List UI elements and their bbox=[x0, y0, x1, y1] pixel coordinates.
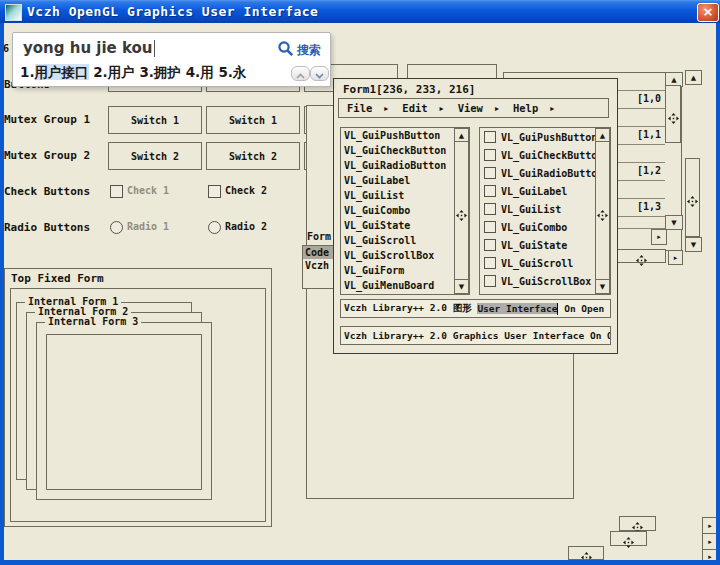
candidate-1[interactable]: 1.用户接口 bbox=[20, 64, 89, 82]
ime-candidates: 1.用户接口 2.用户 3.拥护 4.用 5.永 bbox=[20, 64, 246, 82]
close-button[interactable]: × bbox=[697, 3, 719, 22]
ime-popup: yong hu jie kou 搜索 1.用户接口 2.用户 3.拥护 4.用 … bbox=[12, 32, 331, 87]
checklist-item[interactable]: VL_GuiCombo bbox=[480, 218, 610, 236]
checklist-item[interactable]: VL_GuiState bbox=[480, 236, 610, 254]
checklist-item[interactable]: VL_GuiScroll bbox=[480, 254, 610, 272]
right-arrow-icon: ▸ bbox=[708, 538, 712, 546]
checklist-item[interactable]: VL_GuiRadioButton bbox=[480, 164, 610, 182]
window-border-left bbox=[0, 23, 4, 565]
form1-title[interactable]: Form1[236, 233, 216] bbox=[343, 83, 475, 96]
row-label-mutex1: Mutex Group 1 bbox=[4, 113, 90, 126]
scrollbar-thumb[interactable] bbox=[610, 531, 647, 546]
checklist-item[interactable]: VL_GuiScrollBox bbox=[480, 272, 610, 290]
scrollbar-right-button[interactable]: ▸ bbox=[651, 229, 667, 245]
switch1-button-b[interactable]: Switch 1 bbox=[206, 106, 300, 134]
checkbox-icon[interactable] bbox=[484, 185, 496, 197]
checklist-label: VL_GuiList bbox=[501, 204, 561, 215]
checkbox-icon[interactable] bbox=[484, 221, 496, 233]
scrollbar-thumb[interactable] bbox=[568, 546, 604, 560]
checklist-item[interactable]: VL_GuiCheckButton bbox=[480, 146, 610, 164]
checklist-item[interactable]: VL_GuiLabel bbox=[480, 182, 610, 200]
list-item[interactable]: VL_GuiCombo bbox=[341, 203, 454, 218]
checkbox-1[interactable] bbox=[110, 185, 123, 198]
checkbox-icon[interactable] bbox=[484, 257, 496, 269]
scrollbar-down-button[interactable]: ▼ bbox=[454, 279, 469, 294]
list-item[interactable]: VL_GuiCheckButton bbox=[341, 143, 454, 158]
radio-1[interactable] bbox=[110, 221, 123, 234]
switch1-button-a[interactable]: Switch 1 bbox=[108, 106, 202, 134]
scrollbar-down-button[interactable]: ▼ bbox=[595, 279, 610, 294]
right-arrow-icon: ▸ bbox=[674, 254, 678, 262]
candidates-next-button[interactable] bbox=[310, 66, 329, 81]
move-icon bbox=[687, 192, 698, 203]
scrollbar-thumb[interactable] bbox=[454, 141, 469, 281]
list-item[interactable]: VL_GuiScroll bbox=[341, 233, 454, 248]
scrollbar-thumb[interactable] bbox=[616, 249, 666, 263]
menu-item-edit[interactable]: Edit bbox=[402, 102, 427, 114]
radio-1-label: Radio 1 bbox=[127, 221, 169, 232]
textbox1-pre: Vczh Library++ 2.0 图形 bbox=[344, 302, 477, 315]
textbox-1[interactable]: Vczh Library++ 2.0 图形 User Interface On … bbox=[340, 299, 611, 318]
list-item[interactable]: VL_GuiList bbox=[341, 188, 454, 203]
radio-2-label: Radio 2 bbox=[225, 221, 267, 232]
candidate-4[interactable]: 4.用 bbox=[181, 64, 214, 82]
scrollbar-thumb[interactable] bbox=[595, 141, 610, 281]
search-icon[interactable] bbox=[277, 40, 294, 57]
chevron-down-icon bbox=[315, 64, 324, 83]
textbox1-post: On Open G bbox=[558, 303, 611, 314]
switch2-button-a[interactable]: Switch 2 bbox=[108, 142, 202, 170]
scrollbar-down-button[interactable]: ▼ bbox=[665, 215, 683, 230]
internal-form-3-title[interactable]: Internal Form 3 bbox=[45, 316, 141, 327]
menu-item-view[interactable]: View bbox=[458, 102, 483, 114]
checklist-label: VL_GuiState bbox=[501, 240, 567, 251]
candidate-3[interactable]: 3.拥护 bbox=[135, 64, 181, 82]
form-label-fragment: Form bbox=[307, 231, 331, 242]
list-item[interactable]: VL_GuiScrollBox bbox=[341, 248, 454, 263]
checkbox-icon[interactable] bbox=[484, 275, 496, 287]
up-arrow-icon: ▲ bbox=[671, 76, 676, 84]
scrollbar-right-button[interactable]: ▸ bbox=[668, 250, 683, 265]
candidates-prev-button[interactable] bbox=[291, 66, 310, 81]
submenu-arrow-icon: ▸ bbox=[495, 104, 499, 113]
list-item[interactable]: VL_GuiRadioButton bbox=[341, 158, 454, 173]
candidate-2[interactable]: 2.用户 bbox=[89, 64, 135, 82]
checkbox-icon[interactable] bbox=[484, 131, 496, 143]
grid-cell: [1,3 bbox=[637, 201, 661, 212]
move-icon bbox=[636, 251, 647, 262]
candidate-5[interactable]: 5.永 bbox=[214, 64, 247, 82]
list-item[interactable]: VL_GuiForm bbox=[341, 263, 454, 278]
checklist-item[interactable]: VL_GuiPushButton bbox=[480, 128, 610, 146]
search-button[interactable]: 搜索 bbox=[297, 42, 321, 59]
move-icon bbox=[456, 206, 467, 217]
list-item[interactable]: VL_GuiState bbox=[341, 218, 454, 233]
list-item[interactable]: VL_GuiPushButton bbox=[341, 128, 454, 143]
scrollbar-thumb[interactable] bbox=[665, 85, 681, 143]
checkbox-1-label: Check 1 bbox=[127, 185, 169, 196]
scrollbar-thumb[interactable] bbox=[619, 516, 656, 531]
menu-item-file[interactable]: File bbox=[347, 102, 372, 114]
checklist-label: VL_GuiRadioButton bbox=[501, 168, 603, 179]
ime-input[interactable]: yong hu jie kou bbox=[23, 39, 155, 57]
listbox-scrollbar: ▲ ▼ bbox=[595, 128, 610, 294]
checkbox-icon[interactable] bbox=[484, 149, 496, 161]
radio-2[interactable] bbox=[208, 221, 221, 234]
switch2-button-b[interactable]: Switch 2 bbox=[206, 142, 300, 170]
scrollbar-thumb[interactable] bbox=[685, 158, 700, 237]
list-item[interactable]: VL_GuiLabel bbox=[341, 173, 454, 188]
checklist-label: VL_GuiScrollBox bbox=[501, 276, 591, 287]
checklist-label: VL_GuiCombo bbox=[501, 222, 567, 233]
checkbox-icon[interactable] bbox=[484, 239, 496, 251]
scrollbar-down-button[interactable]: ▼ bbox=[685, 237, 702, 252]
list-item[interactable]: VL_GuiMenuBoard bbox=[341, 278, 454, 293]
checkbox-2[interactable] bbox=[208, 185, 221, 198]
checkbox-icon[interactable] bbox=[484, 203, 496, 215]
textbox-2[interactable]: Vczh Library++ 2.0 Graphics User Interfa… bbox=[340, 326, 611, 345]
move-icon bbox=[623, 533, 634, 544]
scrollbar-up-button[interactable]: ▲ bbox=[685, 70, 702, 85]
menu-item-help[interactable]: Help bbox=[513, 102, 538, 114]
gui-class-checklist: VL_GuiPushButton VL_GuiCheckButton VL_Gu… bbox=[479, 127, 611, 295]
checklist-item[interactable]: VL_GuiList bbox=[480, 200, 610, 218]
submenu-arrow-icon: ▸ bbox=[384, 104, 388, 113]
checkbox-icon[interactable] bbox=[484, 167, 496, 179]
row-label-checks: Check Buttons bbox=[4, 185, 90, 198]
